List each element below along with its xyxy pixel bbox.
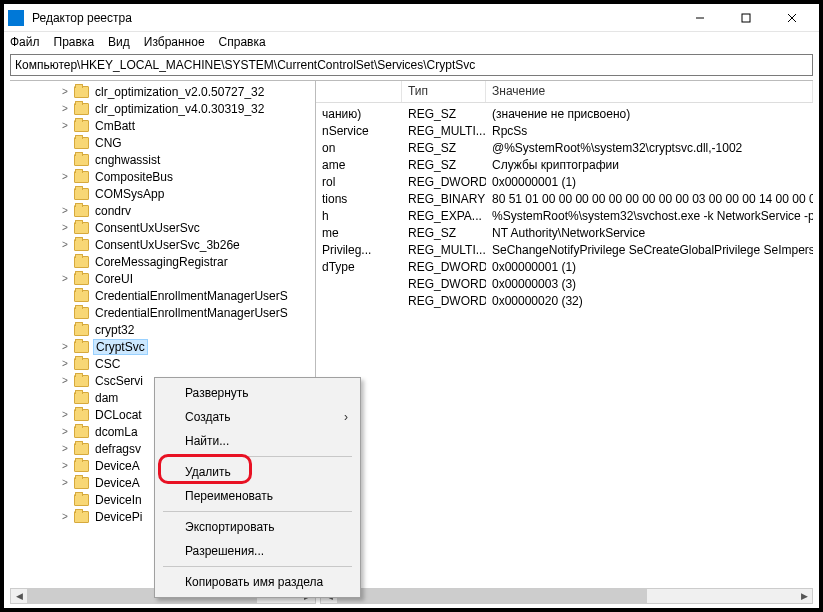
tree-item[interactable]: COMSysApp <box>60 185 315 202</box>
folder-icon <box>74 86 89 98</box>
tree-item[interactable]: >condrv <box>60 202 315 219</box>
tree-item-label: CscServi <box>93 374 145 388</box>
tree-item[interactable]: >CryptSvc <box>60 338 315 355</box>
folder-icon <box>74 409 89 421</box>
context-item[interactable]: Найти... <box>157 429 358 453</box>
tree-item-label: DevicePi <box>93 510 144 524</box>
tree-item-label: cnghwassist <box>93 153 162 167</box>
tree-item-label: DeviceA <box>93 476 142 490</box>
col-type[interactable]: Тип <box>402 81 486 102</box>
tree-item-label: CryptSvc <box>93 339 148 355</box>
tree-item[interactable]: CNG <box>60 134 315 151</box>
list-row[interactable]: чанию)REG_SZ(значение не присвоено) <box>316 105 813 122</box>
cell-value: 0x00000020 (32) <box>486 294 813 308</box>
expand-icon[interactable]: > <box>60 222 70 233</box>
tree-item[interactable]: >CompositeBus <box>60 168 315 185</box>
tree-item[interactable]: CredentialEnrollmentManagerUserS <box>60 287 315 304</box>
context-item[interactable]: Разрешения... <box>157 539 358 563</box>
cell-value: 0x00000003 (3) <box>486 277 813 291</box>
tree-item[interactable]: CredentialEnrollmentManagerUserS <box>60 304 315 321</box>
context-item[interactable]: Переименовать <box>157 484 358 508</box>
folder-icon <box>74 154 89 166</box>
expand-icon[interactable]: > <box>60 273 70 284</box>
expand-icon[interactable]: > <box>60 477 70 488</box>
close-button[interactable] <box>769 4 815 32</box>
tree-item[interactable]: >CoreUI <box>60 270 315 287</box>
list-row[interactable]: REG_DWORD0x00000020 (32) <box>316 292 813 309</box>
expand-icon[interactable]: > <box>60 511 70 522</box>
tree-item[interactable]: >clr_optimization_v4.0.30319_32 <box>60 100 315 117</box>
tree-item[interactable]: >clr_optimization_v2.0.50727_32 <box>60 83 315 100</box>
minimize-button[interactable] <box>677 4 723 32</box>
expand-icon[interactable]: > <box>60 341 70 352</box>
cell-type: REG_DWORD <box>402 175 486 189</box>
expand-icon[interactable]: > <box>60 86 70 97</box>
list-row[interactable]: onREG_SZ@%SystemRoot%\system32\cryptsvc.… <box>316 139 813 156</box>
scroll-thumb[interactable] <box>337 589 647 603</box>
cell-value: 0x00000001 (1) <box>486 260 813 274</box>
expand-icon[interactable]: > <box>60 171 70 182</box>
menu-help[interactable]: Справка <box>219 35 266 49</box>
context-item[interactable]: Создать <box>157 405 358 429</box>
list-pane[interactable]: Тип Значение чанию)REG_SZ(значение не пр… <box>316 81 813 596</box>
tree-item-label: ConsentUxUserSvc_3b26e <box>93 238 242 252</box>
expand-icon[interactable]: > <box>60 426 70 437</box>
expand-icon[interactable]: > <box>60 443 70 454</box>
tree-item-label: CompositeBus <box>93 170 175 184</box>
list-row[interactable]: hREG_EXPA...%SystemRoot%\system32\svchos… <box>316 207 813 224</box>
tree-item-label: ConsentUxUserSvc <box>93 221 202 235</box>
tree-item-label: condrv <box>93 204 133 218</box>
tree-item-label: CNG <box>93 136 124 150</box>
tree-item[interactable]: >ConsentUxUserSvc <box>60 219 315 236</box>
menu-edit[interactable]: Правка <box>54 35 95 49</box>
tree-item[interactable]: crypt32 <box>60 321 315 338</box>
tree-item[interactable]: >CSC <box>60 355 315 372</box>
menu-file[interactable]: Файл <box>10 35 40 49</box>
expand-icon[interactable]: > <box>60 205 70 216</box>
tree-item[interactable]: >ConsentUxUserSvc_3b26e <box>60 236 315 253</box>
system-buttons <box>677 4 815 32</box>
list-hscrollbar[interactable]: ◀ ▶ <box>320 588 813 604</box>
col-name[interactable] <box>316 81 402 102</box>
scroll-right-icon[interactable]: ▶ <box>796 589 812 603</box>
list-row[interactable]: rolREG_DWORD0x00000001 (1) <box>316 173 813 190</box>
list-row[interactable]: nServiceREG_MULTI...RpcSs <box>316 122 813 139</box>
menu-fav[interactable]: Избранное <box>144 35 205 49</box>
menu-view[interactable]: Вид <box>108 35 130 49</box>
app-icon <box>8 10 24 26</box>
tree-item[interactable]: cnghwassist <box>60 151 315 168</box>
col-value[interactable]: Значение <box>486 81 813 102</box>
list-row[interactable]: Privileg...REG_MULTI...SeChangeNotifyPri… <box>316 241 813 258</box>
tree-item-label: CoreMessagingRegistrar <box>93 255 230 269</box>
maximize-button[interactable] <box>723 4 769 32</box>
cell-name: rol <box>316 175 402 189</box>
expand-icon[interactable]: > <box>60 409 70 420</box>
tree-item-label: COMSysApp <box>93 187 166 201</box>
expand-icon[interactable]: > <box>60 375 70 386</box>
context-item[interactable]: Удалить <box>157 460 358 484</box>
context-item[interactable]: Копировать имя раздела <box>157 570 358 594</box>
tree-item[interactable]: >CmBatt <box>60 117 315 134</box>
list-row[interactable]: ameREG_SZСлужбы криптографии <box>316 156 813 173</box>
list-row[interactable]: meREG_SZNT Authority\NetworkService <box>316 224 813 241</box>
cell-name: ame <box>316 158 402 172</box>
tree-item-label: defragsv <box>93 442 143 456</box>
scroll-left-icon[interactable]: ◀ <box>11 589 27 603</box>
tree-item-label: DCLocat <box>93 408 144 422</box>
expand-icon[interactable]: > <box>60 358 70 369</box>
expand-icon[interactable]: > <box>60 239 70 250</box>
tree-item[interactable]: CoreMessagingRegistrar <box>60 253 315 270</box>
context-item[interactable]: Развернуть <box>157 381 358 405</box>
list-row[interactable]: dTypeREG_DWORD0x00000001 (1) <box>316 258 813 275</box>
address-bar[interactable]: Компьютер\HKEY_LOCAL_MACHINE\SYSTEM\Curr… <box>10 54 813 76</box>
cell-name: h <box>316 209 402 223</box>
expand-icon[interactable]: > <box>60 103 70 114</box>
context-item[interactable]: Экспортировать <box>157 515 358 539</box>
folder-icon <box>74 273 89 285</box>
expand-icon[interactable]: > <box>60 460 70 471</box>
list-header[interactable]: Тип Значение <box>316 81 813 103</box>
expand-icon[interactable]: > <box>60 120 70 131</box>
cell-name: чанию) <box>316 107 402 121</box>
list-row[interactable]: tionsREG_BINARY80 51 01 00 00 00 00 00 0… <box>316 190 813 207</box>
list-row[interactable]: REG_DWORD0x00000003 (3) <box>316 275 813 292</box>
